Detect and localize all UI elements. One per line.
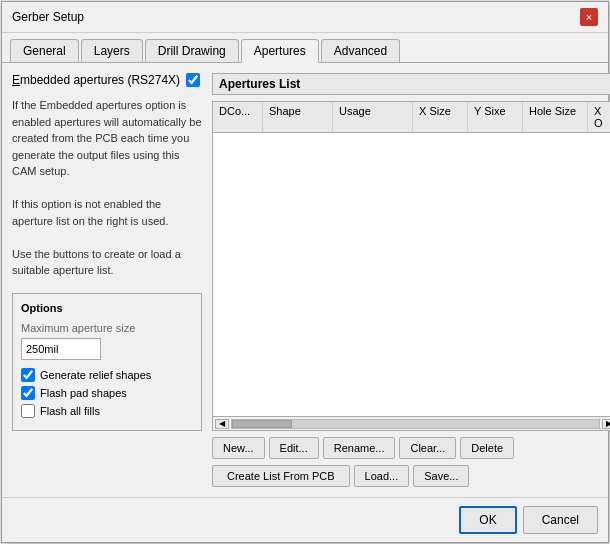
horizontal-scrollbar[interactable]: ◀ ▶ — [213, 416, 610, 430]
flash-fills-label: Flash all fills — [40, 405, 100, 417]
col-xo: X O — [588, 102, 610, 132]
col-usage: Usage — [333, 102, 413, 132]
tab-apertures[interactable]: Apertures — [241, 39, 319, 63]
table-body — [213, 133, 610, 416]
options-group: Options Maximum aperture size Generate r… — [12, 293, 202, 431]
scroll-thumb[interactable] — [232, 420, 292, 428]
ok-button[interactable]: OK — [459, 506, 516, 534]
left-panel: Embedded apertures (RS274X) If the Embed… — [12, 73, 202, 487]
save-button[interactable]: Save... — [413, 465, 469, 487]
dialog-title: Gerber Setup — [12, 10, 84, 24]
delete-button[interactable]: Delete — [460, 437, 514, 459]
main-content: Embedded apertures (RS274X) If the Embed… — [2, 63, 608, 497]
title-bar: Gerber Setup × — [2, 2, 608, 33]
col-shape: Shape — [263, 102, 333, 132]
tab-general[interactable]: General — [10, 39, 79, 62]
tab-bar: General Layers Drill Drawing Apertures A… — [2, 33, 608, 63]
apertures-table: DCo... Shape Usage X Size Y Sixe Hole Si… — [212, 101, 610, 431]
close-button[interactable]: × — [580, 8, 598, 26]
max-aperture-input[interactable] — [21, 338, 101, 360]
scroll-track[interactable] — [231, 419, 600, 429]
flash-pad-row: Flash pad shapes — [21, 386, 193, 400]
flash-pad-label: Flash pad shapes — [40, 387, 127, 399]
generate-relief-label: Generate relief shapes — [40, 369, 151, 381]
embedded-checkbox[interactable] — [186, 73, 200, 87]
new-button[interactable]: New... — [212, 437, 265, 459]
tab-drill-drawing[interactable]: Drill Drawing — [145, 39, 239, 62]
apertures-title: Apertures List — [212, 73, 610, 95]
col-xsize: X Size — [413, 102, 468, 132]
cancel-button[interactable]: Cancel — [523, 506, 598, 534]
flash-fills-row: Flash all fills — [21, 404, 193, 418]
options-legend: Options — [21, 302, 193, 314]
scroll-right-arrow[interactable]: ▶ — [602, 419, 610, 429]
dialog-footer: OK Cancel — [2, 497, 608, 542]
scroll-left-arrow[interactable]: ◀ — [215, 419, 229, 429]
create-list-button[interactable]: Create List From PCB — [212, 465, 350, 487]
tab-layers[interactable]: Layers — [81, 39, 143, 62]
embedded-header: Embedded apertures (RS274X) — [12, 73, 202, 87]
rename-button[interactable]: Rename... — [323, 437, 396, 459]
generate-relief-row: Generate relief shapes — [21, 368, 193, 382]
flash-pad-checkbox[interactable] — [21, 386, 35, 400]
action-buttons-row1: New... Edit... Rename... Clear... Delete — [212, 437, 610, 459]
load-button[interactable]: Load... — [354, 465, 410, 487]
clear-button[interactable]: Clear... — [399, 437, 456, 459]
col-hole: Hole Size — [523, 102, 588, 132]
generate-relief-checkbox[interactable] — [21, 368, 35, 382]
col-dco: DCo... — [213, 102, 263, 132]
action-buttons-row2: Create List From PCB Load... Save... — [212, 465, 610, 487]
table-header: DCo... Shape Usage X Size Y Sixe Hole Si… — [213, 102, 610, 133]
description-text: If the Embedded apertures option is enab… — [12, 97, 202, 279]
flash-fills-checkbox[interactable] — [21, 404, 35, 418]
max-aperture-label: Maximum aperture size — [21, 322, 193, 334]
col-ysize: Y Sixe — [468, 102, 523, 132]
embedded-label: Embedded apertures (RS274X) — [12, 73, 180, 87]
right-panel: Apertures List DCo... Shape Usage X Size… — [212, 73, 610, 487]
tab-advanced[interactable]: Advanced — [321, 39, 400, 62]
edit-button[interactable]: Edit... — [269, 437, 319, 459]
gerber-setup-dialog: Gerber Setup × General Layers Drill Draw… — [1, 1, 609, 543]
